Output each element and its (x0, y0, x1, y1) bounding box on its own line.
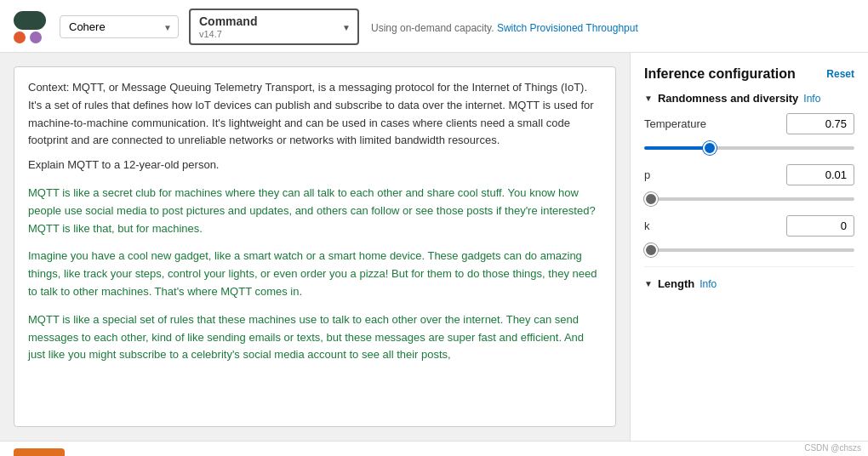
k-label: k (644, 219, 650, 232)
temperature-slider-container[interactable] (644, 140, 854, 152)
temperature-row: Temperature (644, 113, 854, 134)
k-row: k (644, 215, 854, 237)
model-chevron-icon: ▼ (342, 22, 351, 31)
run-button[interactable]: Run (14, 448, 65, 456)
p-row: p (644, 164, 854, 185)
chat-context: Context: MQTT, or Message Queuing Teleme… (28, 79, 602, 150)
triangle-down-icon: ▼ (644, 94, 653, 103)
capacity-note: Using on-demand capacity. Switch Provisi… (369, 22, 638, 34)
logo-bottom (14, 31, 42, 43)
k-slider[interactable] (644, 248, 854, 252)
p-input[interactable] (786, 164, 854, 185)
p-slider-container[interactable] (644, 191, 854, 203)
p-slider[interactable] (644, 197, 854, 201)
chat-response-2: Imagine you have a cool new gadget, like… (28, 248, 602, 300)
logo-dot-purple (30, 31, 42, 43)
right-panel: Inference configuration Reset ▼ Randomne… (630, 53, 868, 441)
randomness-info-button[interactable]: Info (803, 93, 820, 105)
temperature-slider[interactable] (644, 146, 854, 150)
logo-top (14, 11, 46, 30)
top-bar: Cohere Command v14.7 ▼ Using on-demand c… (0, 0, 868, 53)
randomness-label: Randomness and diversity (658, 92, 798, 105)
provider-select[interactable]: Cohere (60, 15, 179, 38)
k-input[interactable] (786, 215, 854, 237)
model-select-box[interactable]: Command v14.7 ▼ (189, 9, 359, 45)
chat-area: Context: MQTT, or Message Queuing Teleme… (0, 53, 630, 441)
inference-title-row: Inference configuration Reset (644, 66, 854, 82)
length-section-header: ▼ Length Info (644, 277, 854, 290)
bottom-bar: Run (0, 441, 868, 456)
temperature-input[interactable] (786, 113, 854, 134)
chat-prompt: Explain MQTT to a 12-year-old person. (28, 157, 602, 174)
p-label: p (644, 168, 650, 181)
capacity-area: Using on-demand capacity. Switch Provisi… (369, 19, 638, 36)
reset-link[interactable]: Reset (826, 68, 854, 80)
chat-response-1: MQTT is like a secret club for machines … (28, 185, 602, 237)
main-content: Context: MQTT, or Message Queuing Teleme… (0, 53, 868, 441)
model-name: Command (199, 14, 334, 28)
watermark: CSDN @chszs (804, 443, 861, 453)
chat-box[interactable]: Context: MQTT, or Message Queuing Teleme… (14, 66, 616, 427)
randomness-section-header: ▼ Randomness and diversity Info (644, 92, 854, 105)
logo-dot-orange (14, 31, 26, 43)
logo (14, 11, 46, 43)
section-divider (644, 266, 854, 267)
chat-response-3: MQTT is like a special set of rules that… (28, 311, 602, 364)
length-info-button[interactable]: Info (700, 278, 717, 290)
k-slider-container[interactable] (644, 242, 854, 254)
provider-select-wrapper[interactable]: Cohere (60, 15, 179, 38)
inference-title: Inference configuration (644, 66, 796, 82)
temperature-label: Temperature (644, 117, 706, 130)
switch-link[interactable]: Switch Provisioned Throughput (497, 22, 638, 34)
length-triangle-down-icon: ▼ (644, 279, 653, 288)
model-version: v14.7 (199, 29, 334, 39)
length-label: Length (658, 277, 694, 290)
capacity-text: Using on-demand capacity. (371, 22, 494, 34)
